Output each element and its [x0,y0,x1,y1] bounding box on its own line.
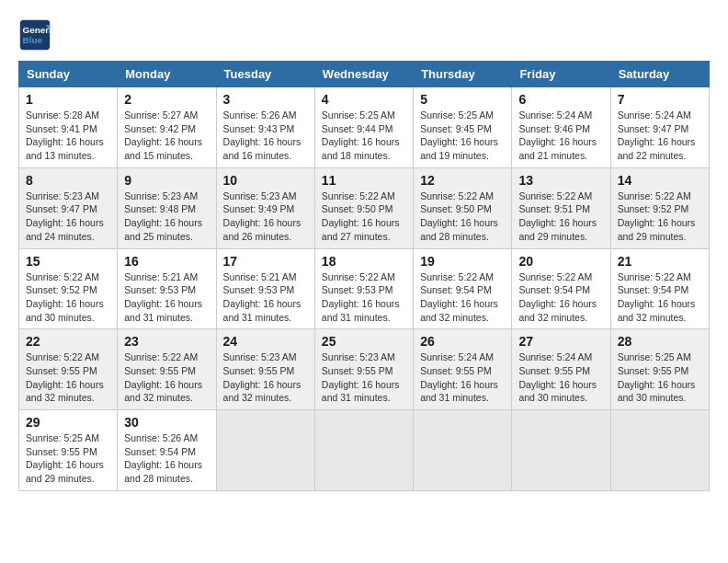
calendar-cell [610,410,709,491]
day-info: Sunrise: 5:25 AM Sunset: 9:55 PM Dayligh… [618,350,702,405]
calendar-cell [414,410,512,491]
sunrise-label: Sunrise: 5:24 AM [618,109,691,121]
sunrise-label: Sunrise: 5:22 AM [26,271,99,282]
sunset-label: Sunset: 9:55 PM [518,365,590,376]
calendar-body: 1 Sunrise: 5:28 AM Sunset: 9:41 PM Dayli… [19,87,710,491]
sunset-label: Sunset: 9:54 PM [618,284,689,295]
daylight-minutes: and 31 minutes. [420,392,489,403]
calendar-cell: 14 Sunrise: 5:22 AM Sunset: 9:52 PM Dayl… [610,167,709,248]
day-number: 24 [223,334,308,349]
sunrise-label: Sunrise: 5:26 AM [223,109,297,121]
calendar-cell: 17 Sunrise: 5:21 AM Sunset: 9:53 PM Dayl… [216,248,314,329]
day-info: Sunrise: 5:26 AM Sunset: 9:54 PM Dayligh… [124,431,209,486]
weekday-thursday: Thursday [414,62,512,87]
calendar-cell: 23 Sunrise: 5:22 AM Sunset: 9:55 PM Dayl… [118,329,216,410]
sunrise-label: Sunrise: 5:22 AM [322,190,395,201]
daylight-minutes: and 22 minutes. [618,150,687,161]
weekday-wednesday: Wednesday [314,62,413,87]
daylight-label: Daylight: 16 hours [322,298,400,309]
day-number: 16 [124,254,209,269]
daylight-label: Daylight: 16 hours [26,298,104,309]
daylight-minutes: and 21 minutes. [518,150,587,161]
daylight-minutes: and 13 minutes. [26,150,95,161]
daylight-minutes: and 32 minutes. [518,312,587,323]
daylight-minutes: and 32 minutes. [223,392,292,403]
weekday-friday: Friday [512,62,610,87]
day-number: 4 [322,92,406,107]
day-number: 23 [124,334,209,349]
sunrise-label: Sunrise: 5:27 AM [124,109,198,121]
day-number: 25 [322,334,406,349]
weekday-monday: Monday [118,62,216,87]
daylight-minutes: and 32 minutes. [124,392,193,403]
daylight-label: Daylight: 16 hours [618,298,696,309]
day-number: 11 [322,173,406,188]
day-number: 20 [518,254,603,269]
day-info: Sunrise: 5:23 AM Sunset: 9:47 PM Dayligh… [26,190,110,244]
daylight-label: Daylight: 16 hours [124,298,202,309]
calendar-cell: 1 Sunrise: 5:28 AM Sunset: 9:41 PM Dayli… [19,87,118,168]
sunset-label: Sunset: 9:52 PM [26,284,97,295]
daylight-minutes: and 26 minutes. [223,231,292,242]
day-number: 6 [518,92,603,107]
daylight-minutes: and 31 minutes. [124,312,193,323]
daylight-label: Daylight: 16 hours [322,136,400,147]
day-info: Sunrise: 5:22 AM Sunset: 9:54 PM Dayligh… [518,270,603,325]
day-info: Sunrise: 5:22 AM Sunset: 9:50 PM Dayligh… [420,190,505,244]
sunrise-label: Sunrise: 5:28 AM [26,109,99,121]
day-number: 10 [223,173,308,188]
weekday-header-row: SundayMondayTuesdayWednesdayThursdayFrid… [19,62,710,87]
sunset-label: Sunset: 9:53 PM [223,284,295,295]
daylight-label: Daylight: 16 hours [518,298,597,309]
calendar-cell: 13 Sunrise: 5:22 AM Sunset: 9:51 PM Dayl… [512,167,610,248]
daylight-minutes: and 30 minutes. [618,392,687,403]
day-number: 28 [618,334,702,349]
sunrise-label: Sunrise: 5:25 AM [26,432,99,443]
day-number: 19 [420,254,505,269]
sunset-label: Sunset: 9:55 PM [420,365,492,376]
daylight-label: Daylight: 16 hours [518,136,597,147]
calendar-week-5: 29 Sunrise: 5:25 AM Sunset: 9:55 PM Dayl… [19,410,710,491]
daylight-label: Daylight: 16 hours [124,459,202,470]
sunrise-label: Sunrise: 5:22 AM [26,351,99,362]
calendar-cell: 21 Sunrise: 5:22 AM Sunset: 9:54 PM Dayl… [610,248,709,329]
daylight-label: Daylight: 16 hours [26,136,104,147]
day-number: 7 [618,92,702,107]
sunrise-label: Sunrise: 5:22 AM [618,190,691,201]
daylight-label: Daylight: 16 hours [124,379,202,390]
daylight-label: Daylight: 16 hours [420,217,498,228]
daylight-label: Daylight: 16 hours [518,379,597,390]
daylight-minutes: and 28 minutes. [124,473,193,484]
calendar-week-1: 1 Sunrise: 5:28 AM Sunset: 9:41 PM Dayli… [19,87,710,168]
calendar-cell: 22 Sunrise: 5:22 AM Sunset: 9:55 PM Dayl… [19,329,118,410]
calendar-cell: 12 Sunrise: 5:22 AM Sunset: 9:50 PM Dayl… [414,167,512,248]
calendar-cell [216,410,314,491]
calendar-cell: 26 Sunrise: 5:24 AM Sunset: 9:55 PM Dayl… [414,329,512,410]
daylight-label: Daylight: 16 hours [124,217,202,228]
daylight-minutes: and 24 minutes. [26,231,95,242]
sunset-label: Sunset: 9:47 PM [26,203,97,214]
calendar-cell: 19 Sunrise: 5:22 AM Sunset: 9:54 PM Dayl… [414,248,512,329]
calendar-cell: 28 Sunrise: 5:25 AM Sunset: 9:55 PM Dayl… [610,329,709,410]
sunset-label: Sunset: 9:53 PM [322,284,393,295]
sunset-label: Sunset: 9:54 PM [124,446,196,457]
sunrise-label: Sunrise: 5:26 AM [124,432,198,443]
sunrise-label: Sunrise: 5:24 AM [518,109,592,121]
logo: General Blue [18,18,55,52]
sunset-label: Sunset: 9:46 PM [518,123,590,134]
day-info: Sunrise: 5:22 AM Sunset: 9:52 PM Dayligh… [26,270,110,325]
daylight-label: Daylight: 16 hours [518,217,597,228]
daylight-label: Daylight: 16 hours [618,217,696,228]
sunrise-label: Sunrise: 5:23 AM [223,190,297,201]
day-number: 26 [420,334,505,349]
sunset-label: Sunset: 9:50 PM [420,203,492,214]
daylight-minutes: and 27 minutes. [322,231,391,242]
daylight-minutes: and 15 minutes. [124,150,193,161]
page-header: General Blue [18,18,710,52]
daylight-label: Daylight: 16 hours [26,217,104,228]
daylight-minutes: and 16 minutes. [223,150,292,161]
logo-icon: General Blue [18,18,51,52]
sunrise-label: Sunrise: 5:23 AM [223,351,297,362]
daylight-minutes: and 31 minutes. [322,312,391,323]
daylight-minutes: and 31 minutes. [322,392,391,403]
